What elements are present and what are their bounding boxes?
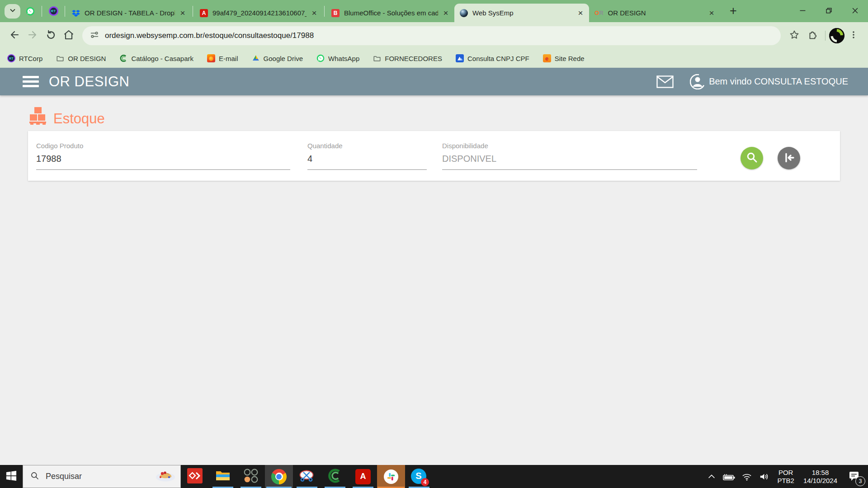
taskbar-snipping-tool[interactable] xyxy=(293,465,321,488)
taskbar-skype[interactable]: S 4 xyxy=(405,465,433,488)
taskbar-casapark[interactable] xyxy=(321,465,349,488)
bookmark-consulta-cnpj-cpf[interactable]: Consulta CNPJ CPF xyxy=(456,54,529,62)
user-icon[interactable] xyxy=(690,74,705,89)
tab-close-button[interactable]: × xyxy=(309,8,319,18)
battery-icon[interactable] xyxy=(722,472,735,482)
bookmark-email[interactable]: E-mail xyxy=(207,54,238,62)
red-app-icon xyxy=(187,468,203,485)
acrobat-icon: A xyxy=(355,469,371,484)
tab-ordesign[interactable]: OR OR DESIGN × xyxy=(589,4,720,22)
start-button[interactable] xyxy=(0,465,23,488)
blumeoffice-icon: B xyxy=(331,9,340,17)
tab-close-button[interactable]: × xyxy=(576,8,585,18)
reload-icon xyxy=(45,29,57,42)
welcome-text: Bem vindo CONSULTA ESTOQUE xyxy=(709,76,848,87)
taskbar-file-explorer[interactable] xyxy=(209,465,237,488)
toolbar-right xyxy=(785,27,863,45)
system-tray: POR PTB2 18:58 14/10/2024 3 xyxy=(704,469,868,485)
stock-boxes-icon xyxy=(29,107,48,127)
tab-close-button[interactable]: × xyxy=(178,8,188,18)
taskbar-slack[interactable] xyxy=(377,465,405,488)
window-minimize-button[interactable] xyxy=(789,0,816,22)
new-tab-button[interactable]: + xyxy=(726,4,741,19)
window-close-button[interactable] xyxy=(842,0,868,22)
action-center-button[interactable]: 3 xyxy=(848,470,860,483)
back-button[interactable] xyxy=(5,27,24,45)
cnpj-icon xyxy=(456,54,464,62)
browser-tab-strip: RT OR DESIGN - TABELA - Dropbox × A 99af… xyxy=(0,0,868,22)
search-highlight-food-image[interactable] xyxy=(155,469,176,484)
tab-websysemp-active[interactable]: Web SysEmp × xyxy=(454,4,589,22)
folder-icon xyxy=(56,54,64,62)
bookmark-rtcorp[interactable]: RT RTCorp xyxy=(7,54,42,62)
extensions-button[interactable] xyxy=(803,27,821,45)
home-icon xyxy=(63,29,75,42)
file-explorer-icon xyxy=(215,468,231,485)
taskbar-chrome[interactable] xyxy=(265,465,293,488)
profile-avatar[interactable] xyxy=(829,28,844,43)
pinned-tab-whatsapp[interactable] xyxy=(21,2,39,20)
codigo-produto-input[interactable]: 17988 xyxy=(36,154,290,170)
search-placeholder-text: Pesquisar xyxy=(46,472,155,481)
tab-separator xyxy=(324,6,325,17)
app-header-right: Bem vindo CONSULTA ESTOQUE xyxy=(656,74,868,89)
tab-close-button[interactable]: × xyxy=(441,8,451,18)
menu-button[interactable] xyxy=(844,27,863,45)
dropbox-icon xyxy=(72,9,80,17)
address-bar[interactable]: ordesign.websysemp.com.br/estoque/consul… xyxy=(82,26,781,45)
tab-dropbox[interactable]: OR DESIGN - TABELA - Dropbox × xyxy=(66,4,191,22)
app-header: OR DESIGN Bem vindo CONSULTA ESTOQUE xyxy=(0,68,868,95)
taskbar-search-box[interactable]: Pesquisar xyxy=(23,465,181,488)
siterede-icon: e xyxy=(543,54,551,62)
tray-chevron-up-icon[interactable] xyxy=(707,472,716,481)
tab-title: 99af479_20240914213610607_p xyxy=(212,9,307,17)
taskbar-app-reddeck[interactable] xyxy=(181,465,209,488)
desktop-screen: RT OR DESIGN - TABELA - Dropbox × A 99af… xyxy=(0,0,868,488)
tab-separator xyxy=(65,6,65,17)
mail-icon[interactable] xyxy=(656,75,674,88)
pinned-tab-rtcorp[interactable]: RT xyxy=(44,2,62,20)
wifi-icon[interactable] xyxy=(741,472,752,481)
disponibilidade-input[interactable]: DISPONIVEL xyxy=(442,154,697,170)
tab-search-button[interactable] xyxy=(5,4,20,19)
tab-separator xyxy=(42,6,42,17)
taskbar-app-circles[interactable] xyxy=(237,465,265,488)
bookmark-folder-or-design[interactable]: OR DESIGN xyxy=(56,54,106,62)
bookmark-site-rede[interactable]: e Site Rede xyxy=(543,54,585,62)
bookmark-star-button[interactable] xyxy=(785,27,803,45)
language-indicator[interactable]: POR PTB2 xyxy=(777,469,794,485)
bookmark-whatsapp[interactable]: WhatsApp xyxy=(316,54,359,62)
tab-close-button[interactable]: × xyxy=(707,8,717,18)
quantidade-input[interactable]: 4 xyxy=(307,154,427,170)
search-button[interactable] xyxy=(741,147,763,169)
home-button[interactable] xyxy=(60,27,78,45)
rtcorp-icon: RT xyxy=(7,54,15,62)
bookmark-folder-fornecedores[interactable]: FORNECEDORES xyxy=(373,54,442,62)
window-restore-button[interactable] xyxy=(816,0,842,22)
tab-separator xyxy=(193,6,193,17)
url-text[interactable]: ordesign.websysemp.com.br/estoque/consul… xyxy=(105,31,314,40)
menu-hamburger-button[interactable] xyxy=(23,74,39,89)
app-brand-title: OR DESIGN xyxy=(49,74,129,90)
minimize-icon xyxy=(800,7,806,15)
site-info-icon[interactable] xyxy=(90,30,99,42)
skype-notification-badge: 4 xyxy=(421,478,429,486)
search-icon xyxy=(746,151,758,165)
volume-icon[interactable] xyxy=(759,472,769,481)
language-code: POR xyxy=(777,469,794,477)
tab-blumeoffice[interactable]: B BlumeOffice - Soluções em cad × xyxy=(326,4,454,22)
bookmark-catalogo-casapark[interactable]: Catálogo - Casapark xyxy=(119,54,193,62)
field-label: Quantidade xyxy=(307,142,427,150)
bookmark-google-drive[interactable]: Google Drive xyxy=(252,54,303,62)
whatsapp-icon xyxy=(26,7,35,16)
forward-button[interactable] xyxy=(24,27,42,45)
field-codigo-produto: Codigo Produto 17988 xyxy=(36,142,290,170)
exit-button[interactable] xyxy=(778,147,800,169)
websysemp-icon xyxy=(460,9,468,17)
taskbar-acrobat[interactable]: A xyxy=(349,465,377,488)
tab-pdf[interactable]: A 99af479_20240914213610607_p × xyxy=(194,4,323,22)
clock[interactable]: 18:58 14/10/2024 xyxy=(803,469,837,485)
whatsapp-icon xyxy=(316,54,325,62)
section-title: Estoque xyxy=(29,107,105,127)
reload-button[interactable] xyxy=(42,27,60,45)
